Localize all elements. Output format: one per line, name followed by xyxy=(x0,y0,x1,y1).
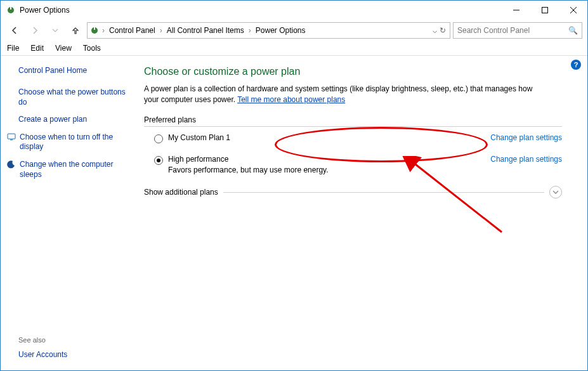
sidebar-link-user-accounts[interactable]: User Accounts xyxy=(18,350,129,359)
sidebar-link-turnoff-display[interactable]: Choose when to turn off the display xyxy=(18,133,129,152)
sidebar-item-label: Create a power plan xyxy=(18,115,87,125)
plan-name: High performance xyxy=(168,155,329,164)
moon-icon xyxy=(7,160,16,169)
chevron-down-icon[interactable] xyxy=(549,186,562,199)
back-button[interactable] xyxy=(6,22,23,39)
see-also-header: See also xyxy=(18,336,129,344)
plan-row: My Custom Plan 1 Change plan settings xyxy=(144,133,537,143)
breadcrumb-item[interactable]: Power Options xyxy=(253,26,308,35)
menu-edit[interactable]: Edit xyxy=(30,44,44,53)
window-controls xyxy=(502,1,587,20)
show-additional-plans-row[interactable]: Show additional plans xyxy=(144,186,562,199)
display-icon xyxy=(7,133,16,141)
chevron-right-icon: › xyxy=(101,26,105,35)
search-placeholder: Search Control Panel xyxy=(457,26,530,35)
change-plan-settings-link[interactable]: Change plan settings xyxy=(490,133,562,142)
sidebar-item-label: Change when the computer sleeps xyxy=(20,160,129,179)
menu-bar: File Edit View Tools xyxy=(1,41,587,56)
main-panel: ? Choose or customize a power plan A pow… xyxy=(134,56,587,370)
close-button[interactable] xyxy=(559,1,587,20)
chevron-right-icon: › xyxy=(248,26,252,35)
menu-tools[interactable]: Tools xyxy=(83,44,101,53)
plan-row: High performance Favors performance, but… xyxy=(144,155,537,174)
sidebar-link-power-buttons[interactable]: Choose what the power buttons do xyxy=(18,88,129,107)
sidebar-link-computer-sleeps[interactable]: Change when the computer sleeps xyxy=(18,160,129,179)
page-description: A power plan is a collection of hardware… xyxy=(144,84,537,105)
control-panel-home-link[interactable]: Control Panel Home xyxy=(18,66,129,75)
menu-view[interactable]: View xyxy=(55,44,72,53)
more-about-plans-link[interactable]: Tell me more about power plans xyxy=(237,95,345,104)
preferred-plans-header: Preferred plans xyxy=(144,115,562,127)
address-bar-row: › Control Panel › All Control Panel Item… xyxy=(1,20,587,41)
page-title: Choose or customize a power plan xyxy=(144,66,537,77)
breadcrumb[interactable]: › Control Panel › All Control Panel Item… xyxy=(87,22,450,39)
svg-rect-3 xyxy=(542,8,547,13)
maximize-button[interactable] xyxy=(530,1,559,20)
recent-locations-button[interactable] xyxy=(46,22,64,39)
breadcrumb-item[interactable]: All Control Panel Items xyxy=(164,26,247,35)
titlebar[interactable]: Power Options xyxy=(1,1,587,20)
search-icon: 🔍 xyxy=(568,26,578,35)
breadcrumb-item[interactable]: Control Panel xyxy=(107,26,158,35)
sidebar-item-label: Choose when to turn off the display xyxy=(20,133,129,152)
radio-my-custom-plan[interactable] xyxy=(154,134,163,143)
sidebar: Control Panel Home Choose what the power… xyxy=(1,56,134,370)
dropdown-icon[interactable]: ⌵ xyxy=(433,26,437,35)
svg-rect-7 xyxy=(94,27,95,30)
sidebar-item-label: Choose what the power buttons do xyxy=(18,88,129,107)
up-button[interactable] xyxy=(67,22,84,39)
show-additional-label: Show additional plans xyxy=(144,188,218,197)
refresh-icon[interactable]: ↻ xyxy=(440,26,446,35)
svg-rect-1 xyxy=(10,6,11,10)
minimize-button[interactable] xyxy=(502,1,530,20)
svg-rect-9 xyxy=(10,140,13,140)
power-options-icon xyxy=(89,25,100,36)
sidebar-link-create-plan[interactable]: Create a power plan xyxy=(18,115,129,125)
svg-rect-8 xyxy=(8,134,15,139)
plan-name: My Custom Plan 1 xyxy=(168,133,230,142)
menu-file[interactable]: File xyxy=(7,44,19,53)
search-input[interactable]: Search Control Panel 🔍 xyxy=(453,22,582,39)
window-title: Power Options xyxy=(20,6,70,15)
forward-button[interactable] xyxy=(26,22,44,39)
help-icon[interactable]: ? xyxy=(571,60,581,70)
plan-description: Favors performance, but may use more ene… xyxy=(168,166,329,174)
power-options-icon xyxy=(6,5,16,15)
chevron-right-icon: › xyxy=(159,26,163,35)
change-plan-settings-link[interactable]: Change plan settings xyxy=(490,155,562,164)
radio-high-performance[interactable] xyxy=(154,156,163,165)
